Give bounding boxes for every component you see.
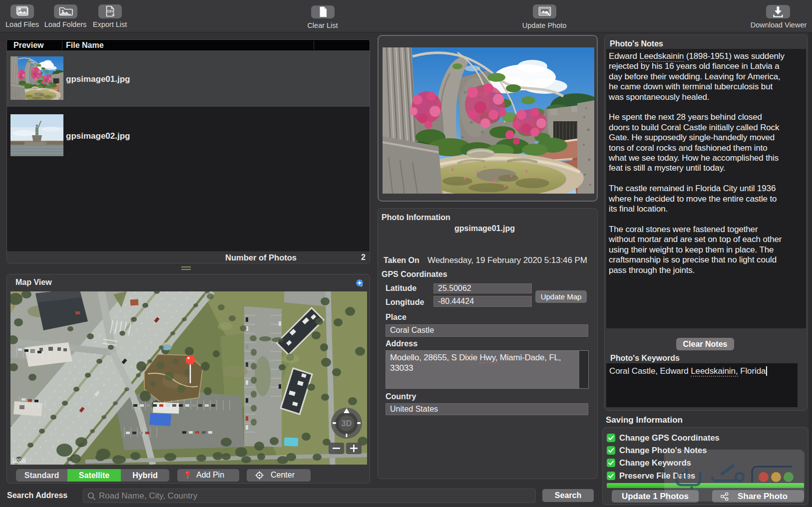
svg-text:3D: 3D	[342, 419, 352, 428]
svg-text:Legal: Legal	[12, 457, 26, 463]
